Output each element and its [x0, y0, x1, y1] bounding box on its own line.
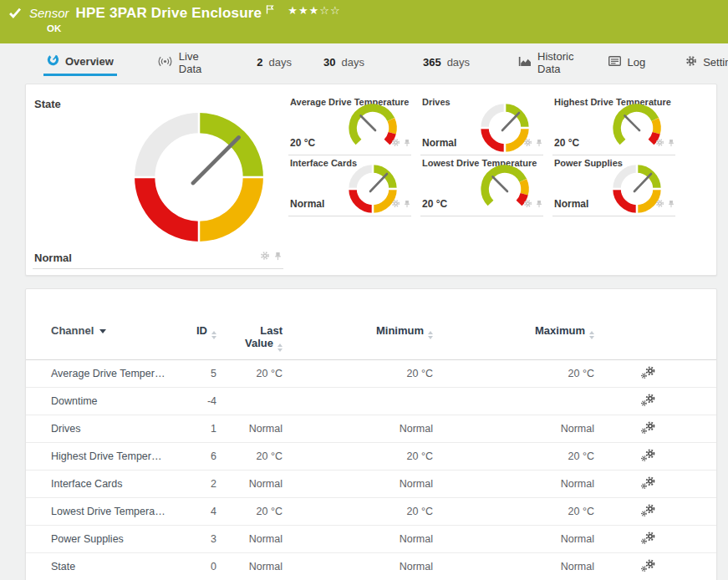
overview-gauges-panel: State Normal Av — [25, 84, 717, 276]
gauge-settings-gear-icon[interactable] — [391, 135, 400, 150]
table-row[interactable]: Interface Cards 2 Normal Normal Normal — [26, 471, 716, 498]
tab-historic-data[interactable]: Historic Data — [515, 48, 577, 76]
column-header-label: Value — [245, 337, 273, 349]
gauge-value: 20 °C — [422, 198, 447, 210]
column-header-channel[interactable]: Channel — [26, 324, 176, 337]
table-row[interactable]: Average Drive Temper… 5 20 °C 20 °C 20 °… — [26, 360, 716, 388]
tab-30-days[interactable]: 30 days — [320, 48, 368, 76]
channel-last-value: 20 °C — [216, 506, 283, 517]
channel-settings-gears-icon[interactable] — [640, 394, 656, 409]
gauge-pin-icon[interactable] — [536, 196, 542, 211]
gauge-settings-gear-icon[interactable] — [523, 196, 532, 211]
channel-name[interactable]: Highest Drive Temper… — [26, 450, 176, 462]
channel-maximum: 20 °C — [433, 368, 594, 379]
channel-settings-gears-icon[interactable] — [640, 532, 656, 547]
gauge-settings-gear-icon[interactable] — [391, 196, 400, 211]
gauge-segment-yellow — [199, 177, 253, 231]
tab-log[interactable]: Log — [605, 48, 649, 76]
priority-stars[interactable]: ★★★☆☆ — [288, 4, 340, 17]
gauge-settings-gear-icon[interactable] — [655, 135, 664, 150]
sensor-header: Sensor HPE 3PAR Drive Enclosure ★★★☆☆ OK — [0, 0, 728, 43]
channel-name[interactable]: State — [26, 561, 176, 572]
channel-last-value: 20 °C — [216, 450, 283, 462]
state-gauge-cell: State Normal — [33, 94, 283, 269]
channel-maximum: 20 °C — [433, 506, 594, 517]
gauge-value: Normal — [554, 198, 588, 210]
sort-icon — [277, 343, 283, 352]
log-list-icon — [608, 56, 621, 69]
page-title: HPE 3PAR Drive Enclosure — [76, 5, 262, 22]
column-header-label: Maximum — [535, 324, 585, 337]
channel-name[interactable]: Downtime — [26, 395, 176, 407]
gauge-cell-lowest-drive-temperature: Lowest Drive Temperature 20 °C — [420, 155, 543, 216]
channel-maximum: Normal — [433, 561, 594, 572]
channel-minimum: Normal — [283, 533, 433, 545]
channel-id: 0 — [176, 561, 216, 572]
state-gauge — [131, 109, 267, 245]
gauge-cell-drives: Drives Normal — [420, 94, 543, 155]
column-header-id[interactable]: ID — [176, 324, 216, 339]
channel-id: 4 — [176, 506, 216, 517]
tab-settings[interactable]: Settings — [682, 48, 728, 76]
gauge-settings-gear-icon[interactable] — [655, 196, 664, 211]
channel-settings-gears-icon[interactable] — [640, 449, 656, 464]
area-chart-icon — [518, 56, 532, 69]
column-header-last-value[interactable]: Last Value — [216, 324, 283, 352]
tab-label-number: 2 — [257, 56, 262, 69]
column-header-label: Channel — [51, 324, 94, 337]
tab-2-days[interactable]: 2 days — [253, 48, 295, 76]
tab-365-days[interactable]: 365 days — [420, 48, 473, 76]
gauge-pin-icon[interactable] — [404, 196, 410, 211]
channel-minimum: Normal — [283, 478, 433, 490]
channel-settings-gears-icon[interactable] — [640, 559, 656, 574]
state-gauge-value: Normal — [34, 252, 72, 264]
table-row[interactable]: Drives 1 Normal Normal Normal — [26, 415, 716, 443]
table-row[interactable]: Downtime -4 — [26, 388, 716, 415]
column-header-minimum[interactable]: Minimum — [283, 324, 433, 339]
channel-name[interactable]: Average Drive Temper… — [26, 368, 176, 379]
channel-settings-gears-icon[interactable] — [640, 504, 656, 519]
table-row[interactable]: State 0 Normal Normal Normal — [26, 553, 716, 580]
tab-label-number: 365 — [423, 56, 441, 69]
channel-last-value: Normal — [216, 533, 283, 545]
channel-gauge-grid: Average Drive Temperature 20 °C Drives — [288, 94, 675, 216]
gauge-icon — [47, 53, 59, 69]
channel-name[interactable]: Interface Cards — [26, 478, 176, 490]
gauge-needle — [193, 137, 239, 183]
channel-name[interactable]: Drives — [26, 423, 176, 435]
channel-minimum: Normal — [283, 561, 433, 572]
channel-maximum: Normal — [433, 423, 594, 435]
gauge-settings-gear-icon[interactable] — [260, 249, 270, 264]
channel-name[interactable]: Power Supplies — [26, 533, 176, 545]
tab-live-data[interactable]: Live Data — [154, 48, 205, 76]
channel-settings-gears-icon[interactable] — [640, 366, 656, 381]
table-row[interactable]: Highest Drive Temper… 6 20 °C 20 °C 20 °… — [26, 443, 716, 471]
channel-minimum: Normal — [283, 423, 433, 435]
tab-label-number: 30 — [323, 56, 335, 69]
gauge-needle — [625, 116, 640, 131]
gauge-value: Normal — [422, 137, 456, 149]
channel-name[interactable]: Lowest Drive Tempera… — [26, 506, 176, 517]
gauge-settings-gear-icon[interactable] — [523, 135, 532, 150]
column-header-maximum[interactable]: Maximum — [433, 324, 594, 339]
gauge-pin-icon[interactable] — [668, 135, 675, 150]
tab-bar: Overview Live Data 2 days 30 days 365 da… — [0, 43, 728, 84]
channel-id: 3 — [176, 533, 216, 545]
channel-id: -4 — [176, 395, 216, 407]
gauge-pin-icon[interactable] — [668, 196, 675, 211]
gauge-pin-icon[interactable] — [536, 135, 542, 150]
channel-id: 1 — [176, 423, 216, 435]
column-header-label: Last — [260, 324, 283, 337]
sort-icon — [589, 331, 594, 339]
channel-settings-gears-icon[interactable] — [640, 476, 656, 491]
channel-last-value: Normal — [216, 423, 283, 435]
tab-overview[interactable]: Overview — [43, 48, 117, 76]
gauge-needle — [361, 116, 376, 131]
gauge-pin-icon[interactable] — [274, 249, 282, 264]
channel-settings-gears-icon[interactable] — [640, 421, 656, 436]
state-gauge-title: State — [33, 94, 283, 110]
gauge-pin-icon[interactable] — [404, 135, 410, 150]
flag-icon[interactable] — [266, 5, 274, 14]
table-row[interactable]: Lowest Drive Tempera… 4 20 °C 20 °C 20 °… — [26, 498, 716, 526]
table-row[interactable]: Power Supplies 3 Normal Normal Normal — [26, 526, 716, 553]
